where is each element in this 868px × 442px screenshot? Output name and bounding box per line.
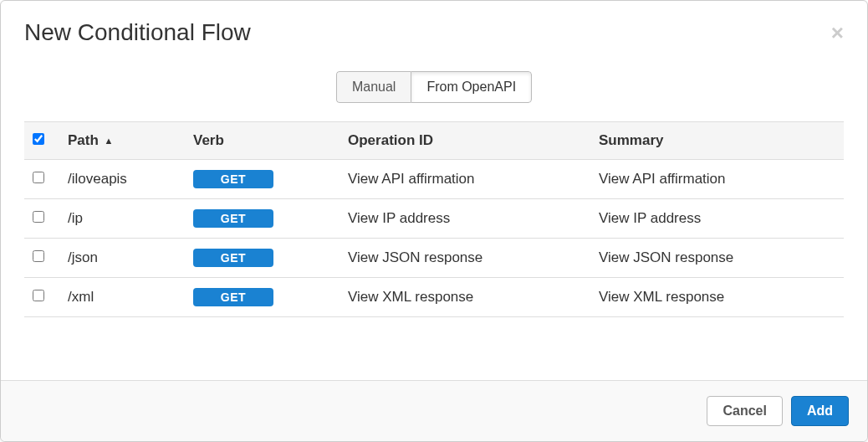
add-button[interactable]: Add xyxy=(791,396,849,426)
table-row: /iloveapis GET View API affirmation View… xyxy=(24,160,844,199)
header-operation-id[interactable]: Operation ID xyxy=(340,122,590,160)
cell-operation-id: View API affirmation xyxy=(340,160,590,199)
table-row: /ip GET View IP address View IP address xyxy=(24,199,844,239)
row-checkbox[interactable] xyxy=(33,211,44,223)
cancel-button[interactable]: Cancel xyxy=(707,396,782,426)
header-select-all xyxy=(24,122,59,160)
tab-manual[interactable]: Manual xyxy=(336,71,411,103)
new-conditional-flow-dialog: New Conditional Flow × Manual From OpenA… xyxy=(0,0,868,442)
table-row: /xml GET View XML response View XML resp… xyxy=(24,278,844,317)
cell-operation-id: View IP address xyxy=(340,199,590,239)
header-summary[interactable]: Summary xyxy=(590,122,844,160)
cell-path: /iloveapis xyxy=(59,160,185,199)
cell-operation-id: View XML response xyxy=(340,278,590,317)
header-verb[interactable]: Verb xyxy=(185,122,340,160)
header-path[interactable]: Path ▲ xyxy=(59,122,185,160)
tab-from-openapi[interactable]: From OpenAPI xyxy=(411,71,532,103)
tab-bar: Manual From OpenAPI xyxy=(1,54,867,121)
cell-path: /ip xyxy=(59,199,185,239)
header-path-label: Path xyxy=(68,132,99,148)
operations-table-wrap: Path ▲ Verb Operation ID Summary /ilovea… xyxy=(1,121,867,380)
tab-button-group: Manual From OpenAPI xyxy=(336,71,532,103)
verb-badge: GET xyxy=(193,249,273,267)
operations-table: Path ▲ Verb Operation ID Summary /ilovea… xyxy=(24,121,844,317)
verb-badge: GET xyxy=(193,209,273,228)
cell-summary: View JSON response xyxy=(590,239,844,278)
dialog-footer: Cancel Add xyxy=(1,380,867,441)
table-row: /json GET View JSON response View JSON r… xyxy=(24,239,844,278)
cell-operation-id: View JSON response xyxy=(340,239,590,278)
verb-badge: GET xyxy=(193,170,273,188)
dialog-header: New Conditional Flow × xyxy=(1,1,867,54)
row-checkbox[interactable] xyxy=(33,172,44,183)
verb-badge: GET xyxy=(193,288,273,306)
cell-path: /xml xyxy=(59,278,185,317)
row-checkbox[interactable] xyxy=(33,290,44,301)
sort-ascending-icon: ▲ xyxy=(105,136,114,146)
dialog-title: New Conditional Flow xyxy=(24,19,251,46)
row-checkbox[interactable] xyxy=(33,250,44,262)
select-all-checkbox[interactable] xyxy=(33,133,44,145)
cell-path: /json xyxy=(59,239,185,278)
table-header-row: Path ▲ Verb Operation ID Summary xyxy=(24,122,844,160)
cell-summary: View IP address xyxy=(590,199,844,239)
cell-summary: View API affirmation xyxy=(590,160,844,199)
close-icon[interactable]: × xyxy=(831,22,844,44)
cell-summary: View XML response xyxy=(590,278,844,317)
